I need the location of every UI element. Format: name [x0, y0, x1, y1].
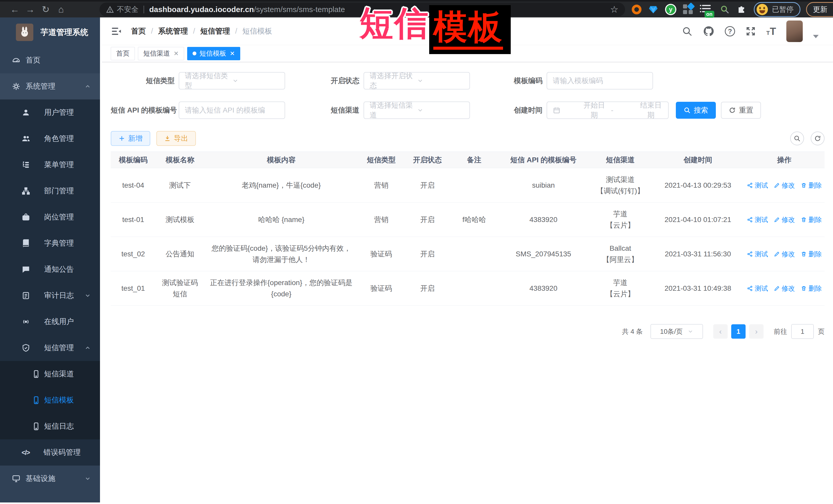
browser-update-button[interactable]: 更新 ⋮	[806, 2, 833, 17]
current-page-button[interactable]: 1	[731, 324, 745, 339]
delete-link[interactable]: 删除	[801, 283, 822, 294]
toggle-search-button[interactable]	[790, 131, 804, 145]
browser-home-icon[interactable]: ⌂	[53, 2, 69, 17]
sidebar-item-system[interactable]: 系统管理	[0, 73, 102, 99]
browser-reload-icon[interactable]: ↻	[38, 2, 53, 17]
delete-link[interactable]: 删除	[801, 248, 822, 260]
edit-link[interactable]: 修改	[774, 248, 795, 260]
browser-back-icon[interactable]: ←	[7, 2, 23, 17]
app-logo[interactable]: 芋道管理系统	[0, 18, 102, 47]
header-search-icon[interactable]	[682, 26, 692, 37]
extension-magnifier-icon[interactable]	[720, 5, 730, 14]
cell-name: 测试验证码短信	[156, 271, 204, 306]
channel-select[interactable]: 请选择短信渠道	[363, 101, 470, 119]
sidebar-item-dictionary[interactable]: 字典管理	[0, 230, 102, 256]
fullscreen-icon[interactable]	[745, 26, 756, 37]
avatar-caret-icon[interactable]	[813, 35, 819, 38]
address-bar[interactable]: 不安全 dashboard.yudao.iocoder.cn /system/s…	[99, 3, 625, 17]
chevron-up-icon	[85, 83, 91, 90]
refresh-button[interactable]	[811, 131, 825, 145]
message-icon	[22, 265, 30, 274]
reset-button[interactable]: 重置	[721, 102, 761, 119]
extension-puzzle-icon[interactable]	[737, 5, 746, 14]
sidebar-item-sms[interactable]: 短信管理	[0, 335, 102, 361]
font-size-icon[interactable]: TT	[766, 26, 776, 37]
chevron-down-icon	[417, 107, 464, 114]
edit-link[interactable]: 修改	[774, 180, 795, 191]
status-select[interactable]: 请选择开启状态	[363, 72, 470, 90]
edit-link[interactable]: 修改	[774, 283, 795, 294]
tab-sms-channel[interactable]: 短信渠道✕	[138, 47, 184, 60]
github-icon[interactable]	[703, 25, 715, 37]
close-icon[interactable]: ✕	[173, 50, 179, 57]
test-link[interactable]: 测试	[747, 214, 768, 225]
end-date-placeholder[interactable]: 结束日期	[639, 100, 663, 120]
sidebar-item-audit-log[interactable]: 审计日志	[0, 283, 102, 309]
delete-link[interactable]: 删除	[801, 214, 822, 225]
extension-list-icon[interactable]: on	[700, 4, 711, 15]
sidebar-item-users[interactable]: 用户管理	[0, 99, 102, 126]
breadcrumb-sms[interactable]: 短信管理	[200, 26, 230, 37]
sidebar-item-sms-channel[interactable]: 短信渠道	[0, 361, 102, 387]
search-button[interactable]: 搜索	[676, 102, 716, 119]
tab-home[interactable]: 首页	[111, 47, 135, 60]
bookmark-star-icon[interactable]: ☆	[610, 4, 618, 15]
sms-type-select[interactable]: 请选择短信类型	[179, 72, 285, 90]
extension-gem-icon[interactable]	[648, 4, 659, 15]
table-row: test_01 测试验证码短信 正在进行登录操作{operation}，您的验证…	[111, 271, 825, 306]
api-template-input[interactable]: 请输入短信 API 的模板编	[179, 101, 285, 119]
delete-link[interactable]: 删除	[801, 180, 822, 191]
test-link[interactable]: 测试	[747, 283, 768, 294]
tab-sms-template[interactable]: 短信模板✕	[187, 47, 240, 60]
browser-forward-icon[interactable]: →	[23, 2, 38, 17]
cell-remark	[450, 168, 498, 202]
cell-name: 测试模板	[156, 202, 204, 237]
cell-content: 您的验证码{code}，该验证码5分钟内有效，请勿泄漏于他人！	[204, 237, 358, 271]
divider	[144, 6, 144, 13]
sidebar-item-posts[interactable]: 岗位管理	[0, 204, 102, 230]
next-page-button[interactable]: ›	[749, 324, 763, 339]
book-icon	[22, 239, 30, 248]
sidebar-item-infrastructure[interactable]: 基础设施	[0, 465, 102, 492]
test-link[interactable]: 测试	[747, 180, 768, 191]
start-date-placeholder[interactable]: 开始日期	[583, 100, 606, 120]
browser-menu-icon[interactable]: ⋮	[831, 5, 833, 14]
extension-y-icon[interactable]: y	[665, 4, 676, 15]
sidebar-item-sms-template[interactable]: 短信模板	[0, 387, 102, 413]
export-button[interactable]: 导出	[157, 131, 196, 146]
sidebar-item-menus[interactable]: 菜单管理	[0, 152, 102, 178]
edit-link[interactable]: 修改	[774, 214, 795, 225]
not-secure-label[interactable]: 不安全	[117, 5, 139, 14]
sms-type-label: 短信类型	[111, 76, 179, 86]
sidebar-item-departments[interactable]: 部门管理	[0, 178, 102, 204]
cell-status: 开启	[404, 202, 450, 237]
sidebar-collapse-icon[interactable]	[111, 27, 122, 36]
sidebar-item-roles[interactable]: 角色管理	[0, 126, 102, 152]
breadcrumb-home[interactable]: 首页	[131, 26, 146, 37]
sidebar-item-online-users[interactable]: 在线用户	[0, 309, 102, 335]
close-icon[interactable]: ✕	[230, 50, 235, 57]
goto-page-input[interactable]: 1	[791, 324, 814, 339]
cell-api-id: SMS_207945135	[498, 237, 589, 271]
add-button[interactable]: 新增	[111, 131, 150, 146]
sidebar-item-home[interactable]: 首页	[0, 47, 102, 73]
test-link[interactable]: 测试	[747, 248, 768, 260]
cell-status: 开启	[404, 168, 450, 202]
channel-label: 短信渠道	[330, 105, 363, 115]
cell-name: 测试下	[156, 168, 204, 202]
sidebar-item-sms-log[interactable]: 短信日志	[0, 413, 102, 439]
template-code-input[interactable]: 请输入模板编码	[547, 72, 653, 90]
help-icon[interactable]: ?	[725, 26, 735, 37]
sidebar-item-error-codes[interactable]: </> 错误码管理	[0, 439, 102, 465]
user-avatar[interactable]	[786, 21, 803, 42]
sidebar-item-notices[interactable]: 通知公告	[0, 256, 102, 283]
url-path: /system/sms/sms-template	[254, 5, 345, 14]
date-range-picker[interactable]: 开始日期 - 结束日期	[547, 101, 669, 119]
extension-donut-icon[interactable]	[632, 5, 641, 14]
extension-grid-icon[interactable]	[683, 4, 693, 15]
cell-type: 验证码	[358, 271, 404, 306]
page-size-select[interactable]: 10条/页	[650, 324, 703, 339]
prev-page-button[interactable]: ‹	[713, 324, 728, 339]
profile-paused-chip[interactable]: 已暂停	[754, 2, 801, 17]
breadcrumb-system[interactable]: 系统管理	[158, 26, 188, 37]
